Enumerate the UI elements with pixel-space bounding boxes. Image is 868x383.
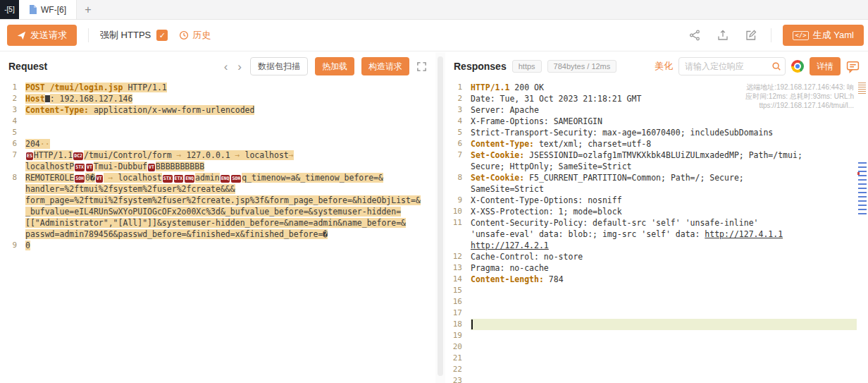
minimap-body-mark xyxy=(858,162,867,216)
code-line: 5​ xyxy=(0,127,435,138)
beautify-button[interactable]: 美化 xyxy=(655,60,673,73)
tab-wf6[interactable]: WF-[6] xyxy=(19,0,77,19)
edit-button[interactable] xyxy=(743,27,760,44)
code-line: 14Content-Length: 784 xyxy=(445,274,857,285)
code-line: 6Content-Type: text/xml; charset=utf-8 xyxy=(445,138,857,150)
tab-bar: -[5] WF-[6] + xyxy=(0,0,868,20)
text-cursor xyxy=(471,320,473,329)
scrollbar-thumb[interactable] xyxy=(438,56,443,376)
code-line: 5Strict-Transport-Security: max-age=1607… xyxy=(445,127,857,138)
protocol-badge: https xyxy=(512,60,542,73)
request-scrollbar[interactable] xyxy=(435,52,445,383)
code-line: 1POST /tmui/login.jsp HTTP/1.1 xyxy=(0,82,435,93)
toolbar-divider xyxy=(771,28,771,42)
code-line: 4​ xyxy=(0,116,435,127)
code-line: 22​ xyxy=(445,364,857,375)
code-line: 8REMOTEROLESOH0�VT → localhostSTXETXENQa… xyxy=(0,172,435,240)
history-button[interactable]: 历史 xyxy=(179,29,211,42)
tab-previous-partial[interactable]: -[5] xyxy=(0,0,19,19)
code-line: 3Content-Type: application/x-www-form-ur… xyxy=(0,104,435,116)
clock-icon xyxy=(179,30,189,40)
code-line: 8Set-Cookie: F5_CURRENT_PARTITION=Common… xyxy=(445,172,857,195)
code-line: 90 xyxy=(0,240,435,251)
code-line: 4X-Frame-Options: SAMEORIGIN xyxy=(445,116,857,127)
code-line: 6204·· xyxy=(0,138,435,150)
code-line: 9X-Content-Type-Options: nosniff xyxy=(445,195,857,206)
code-icon: </> xyxy=(793,31,808,40)
minimap-headers-mark xyxy=(858,83,866,95)
code-line: 16​ xyxy=(445,296,857,308)
fullscreen-icon[interactable] xyxy=(416,61,427,72)
toolbar-divider xyxy=(88,28,89,42)
code-line: 10X-XSS-Protection: 1; mode=block xyxy=(445,206,857,217)
code-line: 18​ xyxy=(445,319,857,330)
new-tab-button[interactable]: + xyxy=(77,0,99,19)
force-https-label: 强制 HTTPS xyxy=(100,29,151,42)
packet-scan-button[interactable]: 数据包扫描 xyxy=(250,57,308,75)
export-button[interactable] xyxy=(714,27,731,44)
hot-reload-button[interactable]: 热加载 xyxy=(315,57,354,75)
size-time-badge: 784bytes / 12ms xyxy=(547,60,617,73)
request-title: Request xyxy=(8,61,47,72)
search-input[interactable] xyxy=(679,61,768,71)
chat-icon[interactable] xyxy=(846,60,860,73)
minimap-marker xyxy=(857,172,860,175)
code-line: 20​ xyxy=(445,341,857,353)
code-line: 15​ xyxy=(445,285,857,296)
code-line: 21​ xyxy=(445,353,857,364)
code-line: 23​ xyxy=(445,375,857,383)
chrome-icon[interactable] xyxy=(791,60,804,73)
document-icon xyxy=(29,5,37,14)
tab-label: WF-[6] xyxy=(41,5,66,15)
code-line: 3Server: Apache xyxy=(445,104,857,116)
force-https-toggle[interactable]: 强制 HTTPS ✓ xyxy=(100,29,168,42)
request-editor[interactable]: 1POST /tmui/login.jsp HTTP/1.12Host: 192… xyxy=(0,80,435,383)
search-box xyxy=(678,57,786,75)
code-line: 1HTTP/1.1 200 OK xyxy=(445,82,857,93)
main-area: Request ‹ › 数据包扫描 热加载 构造请求 1POST /tmui/l… xyxy=(0,52,868,383)
code-line: 2Host: 192.168.127.146 xyxy=(0,93,435,104)
send-icon xyxy=(17,31,26,40)
construct-request-button[interactable]: 构造请求 xyxy=(361,57,409,75)
prev-request-button[interactable]: ‹ xyxy=(223,61,230,73)
response-title: Responses xyxy=(454,61,507,72)
code-line: 2Date: Tue, 31 Oct 2023 21:18:21 GMT xyxy=(445,93,857,104)
code-line: 7ESHTTP/1.1DC2/tmui/Control/form → 127.0… xyxy=(0,150,435,172)
code-line: 12Cache-Control: no-store xyxy=(445,251,857,262)
response-editor[interactable]: 远端地址:192.168.127.146:443: 响 应时间:12ms: 总耗… xyxy=(445,80,868,383)
response-panel: Responses https 784bytes / 12ms 美化 详情 远端… xyxy=(445,52,868,383)
generate-yaml-button[interactable]: </> 生成 Yaml xyxy=(783,25,864,46)
code-line: 13Pragma: no-cache xyxy=(445,262,857,274)
share-button[interactable] xyxy=(686,27,703,44)
response-header: Responses https 784bytes / 12ms 美化 详情 xyxy=(445,52,868,80)
code-line: 11Content-Security-Policy: default-src '… xyxy=(445,217,857,251)
minimap-scrollbar[interactable] xyxy=(857,80,868,383)
search-icon[interactable] xyxy=(768,61,785,71)
force-https-checkbox[interactable]: ✓ xyxy=(156,30,168,41)
next-request-button[interactable]: › xyxy=(236,61,243,73)
code-line: 19​ xyxy=(445,330,857,341)
request-panel: Request ‹ › 数据包扫描 热加载 构造请求 1POST /tmui/l… xyxy=(0,52,435,383)
details-button[interactable]: 详情 xyxy=(810,57,841,75)
request-header: Request ‹ › 数据包扫描 热加载 构造请求 xyxy=(0,52,435,80)
code-line: 17​ xyxy=(445,308,857,319)
code-line: 7Set-Cookie: JSESSIONID=ozlafg1mTMVKXkbk… xyxy=(445,150,857,172)
send-request-button[interactable]: 发送请求 xyxy=(7,25,77,46)
main-toolbar: 发送请求 强制 HTTPS ✓ 历史 </> 生成 Yaml xyxy=(0,20,868,51)
